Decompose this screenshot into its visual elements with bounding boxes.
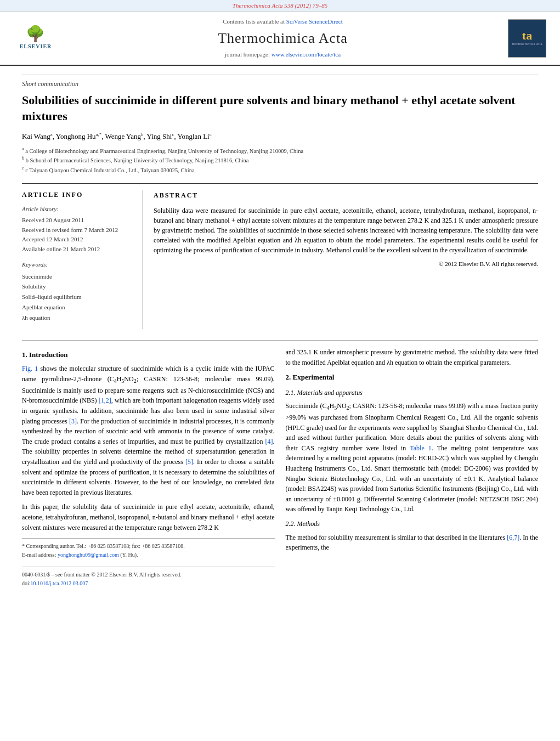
body-col-left: 1. Introduction Fig. 1 shows the molecul…: [22, 347, 275, 587]
keywords-section: Keywords: Succinimide Solubility Solid–l…: [22, 261, 134, 323]
article-title: Solubilities of succinimide in different…: [22, 93, 538, 124]
keyword-succinimide: Succinimide: [22, 271, 134, 282]
journal-center-info: Contents lists available at SciVerse Sci…: [66, 18, 500, 59]
doi-link[interactable]: 10.1016/j.tca.2012.03.007: [31, 580, 88, 586]
section1-continued: and 325.1 K under atmospheric pressure b…: [286, 347, 539, 367]
author-yonghong-hu: Yonghong Hua,*: [56, 132, 101, 140]
footnotes: * Corresponding author. Tel.: +86 025 83…: [22, 538, 275, 559]
doi-line: doi:10.1016/j.tca.2012.03.007: [22, 579, 275, 588]
bottom-info: 0040-6031/$ – see front matter © 2012 El…: [22, 567, 275, 587]
top-bar: Thermochimica Acta 538 (2012) 79–85: [0, 0, 560, 12]
article-history-section: Article history: Received 20 August 2011…: [22, 205, 134, 254]
author-kai-wang: Kai Wanga: [22, 132, 53, 140]
body-col-right: and 325.1 K under atmospheric pressure b…: [286, 347, 539, 587]
section2-title: 2. Experimental: [286, 372, 539, 383]
sciverse-line: Contents lists available at SciVerse Sci…: [223, 18, 342, 26]
keyword-sle: Solid–liquid equilibrium: [22, 292, 134, 302]
received-date: Received 20 August 2011: [22, 216, 134, 225]
page: Thermochimica Acta 538 (2012) 79–85 🌳 EL…: [0, 0, 560, 741]
keyword-lh: λh equation: [22, 313, 134, 323]
abstract-column: ABSTRACT Solubility data were measured f…: [154, 190, 538, 329]
affiliations: a a College of Biotechnology and Pharmac…: [22, 146, 538, 174]
accepted-date: Accepted 12 March 2012: [22, 235, 134, 245]
author-wenge-yang: Wenge Yangb: [105, 132, 144, 140]
ta-logo-area: ta thermochimica acta: [505, 18, 549, 59]
author-yonglan-li: Yonglan Lic: [177, 132, 211, 140]
section2-subtitle1: 2.1. Materials and apparatus: [286, 388, 539, 398]
homepage-line: journal homepage: www.elsevier.com/locat…: [225, 50, 341, 59]
elsevier-logo: 🌳 ELSEVIER: [20, 26, 52, 50]
elsevier-brand: ELSEVIER: [20, 43, 52, 50]
ta-logo: ta thermochimica acta: [508, 19, 546, 58]
ref-6-7: [6,7]: [507, 534, 519, 541]
section1-title: 1. Introduction: [22, 349, 275, 360]
journal-citation: Thermochimica Acta 538 (2012) 79–85: [233, 2, 327, 9]
copyright: © 2012 Elsevier B.V. All rights reserved…: [154, 259, 538, 269]
keyword-apelblat: Apelblat equation: [22, 302, 134, 313]
ta-letters: ta: [522, 30, 532, 42]
received-revised-date: Received in revised form 7 March 2012: [22, 225, 134, 235]
keywords-label: Keywords:: [22, 261, 134, 269]
journal-title: Thermochimica Acta: [218, 29, 348, 48]
section1-para1: Fig. 1 shows the molecular structure of …: [22, 364, 275, 497]
affiliation-b: b b School of Pharmaceutical Sciences, N…: [22, 155, 538, 165]
issn-line: 0040-6031/$ – see front matter © 2012 El…: [22, 570, 275, 579]
history-label: Article history:: [22, 205, 134, 213]
homepage-link[interactable]: www.elsevier.com/locate/tca: [271, 51, 341, 58]
authors-line: Kai Wanga, Yonghong Hua,*, Wenge Yangb, …: [22, 131, 538, 142]
elsevier-tree-icon: 🌳: [26, 26, 45, 42]
abstract-text: Solubility data were measured for succin…: [154, 206, 538, 255]
keyword-solubility: Solubility: [22, 281, 134, 292]
footnote-email: E-mail address: yonghonghu09@gmail.com (…: [22, 551, 275, 559]
ref-5: [5]: [185, 458, 193, 466]
elsevier-logo-area: 🌳 ELSEVIER: [11, 18, 60, 59]
table1-ref: Table 1: [410, 444, 432, 452]
section2-subtitle2: 2.2. Methods: [286, 519, 539, 529]
email-link[interactable]: yonghonghu09@gmail.com: [58, 552, 119, 558]
sciverse-link[interactable]: SciVerse ScienceDirect: [286, 18, 343, 25]
fig1-ref: Fig. 1: [22, 365, 38, 372]
ta-subtext: thermochimica acta: [512, 42, 542, 47]
affiliation-a: a a College of Biotechnology and Pharmac…: [22, 146, 538, 155]
article-info-column: ARTICLE INFO Article history: Received 2…: [22, 190, 143, 329]
section2-para2: The method for solubility measurement is…: [286, 533, 539, 553]
article-info-header: ARTICLE INFO: [22, 190, 134, 200]
section1-para2: In this paper, the solubility data of su…: [22, 502, 275, 533]
ref-4: [4]: [265, 438, 273, 445]
section2-para1: Succinimide (C4H5NO2; CASRN: 123-56-8; m…: [286, 401, 539, 514]
main-content: Short communication Solubilities of succ…: [0, 66, 560, 599]
author-ying-shi: Ying Shic: [147, 132, 174, 140]
abstract-header: ABSTRACT: [154, 190, 538, 200]
available-date: Available online 21 March 2012: [22, 245, 134, 254]
footnote-star: * Corresponding author. Tel.: +86 025 83…: [22, 542, 275, 551]
keywords-list: Succinimide Solubility Solid–liquid equi…: [22, 271, 134, 323]
info-abstract-section: ARTICLE INFO Article history: Received 2…: [22, 183, 538, 329]
body-section: 1. Introduction Fig. 1 shows the molecul…: [22, 340, 538, 587]
affiliation-c: c c Taiyuan Qiaoyou Chemical Industrial …: [22, 165, 538, 174]
article-type: Short communication: [22, 75, 538, 89]
journal-header: 🌳 ELSEVIER Contents lists available at S…: [0, 12, 560, 65]
ref-1-2: [1,2]: [99, 397, 111, 404]
ref-3: [3]: [69, 417, 77, 425]
